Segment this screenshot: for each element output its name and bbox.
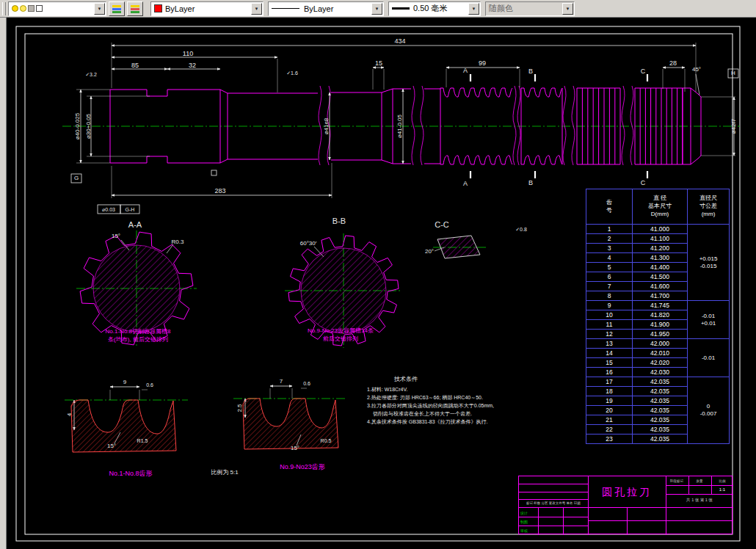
- diameter-cell: 41.950: [633, 330, 688, 339]
- tooth-no-cell: 2: [586, 234, 633, 244]
- tooth-no-cell: 19: [586, 396, 633, 406]
- tooth-no-cell: 7: [586, 282, 633, 291]
- make-object-layer-current-button[interactable]: [109, 1, 125, 16]
- lineweight-dropdown[interactable]: 0.50 毫米 ▼: [388, 1, 481, 16]
- diameter-cell: 41.600: [633, 282, 688, 291]
- tooth-diameter-table: 齿号 直 径基本尺寸D(mm) 直径尺寸公差(mm) 141.000+0.015…: [586, 189, 730, 444]
- lineweight-dropdown-arrow[interactable]: ▼: [468, 3, 479, 15]
- tooth-no-cell: 9: [586, 301, 633, 310]
- sheet-count: 共 1 张 第 1 张: [666, 494, 733, 506]
- section-b-hatch: [301, 248, 386, 333]
- sun-icon: [20, 5, 26, 12]
- tolerance-cell: -0.01 +0.01: [688, 301, 730, 339]
- diameter-cell: 41.700: [633, 291, 688, 301]
- datum-h-box: [728, 69, 738, 78]
- tooth-no-cell: 15: [586, 358, 633, 368]
- tooth-no-cell: 6: [586, 272, 633, 282]
- tooth-no-cell: 13: [586, 339, 633, 349]
- mass-label: 质量: [688, 476, 710, 485]
- sig-row-draft: 制图: [520, 517, 537, 526]
- table-header-row: 齿号 直 径基本尺寸D(mm) 直径尺寸公差(mm): [586, 189, 730, 225]
- diameter-cell: 41.100: [633, 234, 688, 244]
- sig-row-design: 设计: [520, 509, 537, 517]
- tooth-no-cell: 14: [586, 349, 633, 358]
- lineweight-sample-icon: [392, 7, 410, 10]
- tooth-no-cell: 23: [586, 435, 633, 444]
- fcf-datum-box: [120, 205, 139, 214]
- diameter-cell: 42.020: [633, 358, 688, 368]
- diameter-cell: 42.035: [633, 435, 688, 444]
- diameter-cell: 41.820: [633, 310, 688, 320]
- plotstyle-value: 随颜色: [489, 3, 513, 14]
- fcf-box: [98, 205, 120, 214]
- linetype-dropdown[interactable]: ByLayer ▼: [268, 1, 384, 16]
- properties-toolbar: ▼ ByLayer ▼ ByLayer ▼ 0.50 毫米 ▼ 随颜色 ▼: [0, 0, 756, 18]
- scale-label: 比例: [711, 476, 733, 485]
- diameter-cell: 41.745: [633, 301, 688, 310]
- diameter-cell: 42.035: [633, 425, 688, 435]
- toolbar-grip[interactable]: [2, 2, 6, 15]
- tooth-no-cell: 8: [586, 291, 633, 301]
- scale-value: 1:1: [711, 485, 733, 494]
- section-c-wedge: [437, 236, 480, 258]
- tooth-no-cell: 17: [586, 377, 633, 387]
- header-tooth-no: 齿号: [586, 189, 633, 225]
- drawing-title: 圆孔拉刀: [588, 479, 666, 506]
- table-row: 941.745-0.01 +0.01: [586, 301, 730, 310]
- diameter-cell: 41.500: [633, 272, 688, 282]
- diameter-cell: 41.000: [633, 225, 688, 234]
- diameter-cell: 42.035: [633, 377, 688, 387]
- tooth-no-cell: 20: [586, 406, 633, 415]
- table-row: 1342.000-0.01: [586, 339, 730, 349]
- section-b-view: [288, 236, 399, 346]
- color-dropdown[interactable]: ByLayer ▼: [150, 1, 263, 16]
- tooth-no-cell: 10: [586, 310, 633, 320]
- table-row: 1742.0350 -0.007: [586, 377, 730, 387]
- layer-dropdown[interactable]: ▼: [8, 1, 106, 16]
- section-c-view: [437, 236, 480, 258]
- tooth-no-cell: 22: [586, 425, 633, 435]
- tooth-no-cell: 21: [586, 415, 633, 425]
- layer-dropdown-arrow[interactable]: ▼: [94, 3, 105, 15]
- diameter-cell: 42.000: [633, 339, 688, 349]
- tooth-no-cell: 11: [586, 320, 633, 330]
- plotstyle-dropdown-arrow[interactable]: ▼: [562, 3, 573, 15]
- window-left-edge: [0, 18, 7, 549]
- diameter-cell: 42.010: [633, 349, 688, 358]
- tooth-no-cell: 16: [586, 368, 633, 377]
- diameter-cell: 42.035: [633, 415, 688, 425]
- lock-icon: [28, 5, 34, 12]
- layer-previous-button[interactable]: [127, 1, 143, 16]
- plotstyle-dropdown[interactable]: 随颜色 ▼: [485, 1, 575, 16]
- small-square-mark: [211, 170, 217, 175]
- diameter-cell: 41.900: [633, 320, 688, 330]
- bulb-icon: [12, 5, 18, 12]
- linetype-dropdown-arrow[interactable]: ▼: [371, 3, 382, 15]
- header-tolerance: 直径尺寸公差(mm): [688, 189, 730, 225]
- color-dropdown-arrow[interactable]: ▼: [251, 3, 262, 15]
- title-block: 圆孔拉刀 标记 处数 分区 更改文件号 签名 日期 设计 制图 审核 阶段标记 …: [518, 476, 733, 534]
- layer-previous-icon: [131, 5, 139, 7]
- header-diameter: 直 径基本尺寸D(mm): [633, 189, 688, 225]
- section-a-hatch: [93, 245, 180, 332]
- diameter-cell: 42.035: [633, 387, 688, 396]
- detail1-tooth-profile: [71, 400, 176, 452]
- diameter-cell: 42.035: [633, 406, 688, 415]
- table-row: 141.000+0.015 -0.015: [586, 225, 730, 234]
- color-swatch-icon: [154, 4, 162, 12]
- diameter-cell: 41.300: [633, 253, 688, 263]
- diameter-cell: 41.400: [633, 263, 688, 272]
- lineweight-value: 0.50 毫米: [413, 3, 447, 14]
- diameter-cell: 41.200: [633, 244, 688, 253]
- diameter-cell: 42.030: [633, 368, 688, 377]
- linetype-sample-icon: [272, 8, 299, 9]
- linetype-value: ByLayer: [304, 4, 333, 13]
- stage-mark-label: 阶段标记: [666, 476, 688, 485]
- tooth-no-cell: 12: [586, 330, 633, 339]
- diameter-cell: 42.035: [633, 396, 688, 406]
- detail2-tooth-profile: [243, 399, 338, 449]
- break-lines: [319, 86, 633, 165]
- tooth-no-cell: 18: [586, 387, 633, 396]
- tooth-no-cell: 5: [586, 263, 633, 272]
- tooth-no-cell: 1: [586, 225, 633, 234]
